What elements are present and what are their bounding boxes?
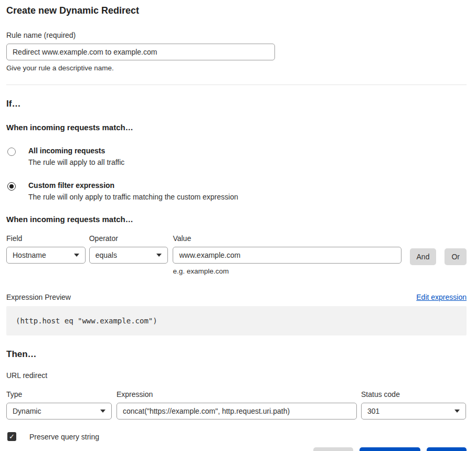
status-code-label: Status code: [361, 390, 466, 398]
option-description: The rule will only apply to traffic matc…: [28, 193, 238, 201]
preserve-query-row[interactable]: ✓ Preserve query string: [6, 432, 467, 441]
radio-unselected-icon[interactable]: [7, 148, 16, 156]
radio-option-texts: Custom filter expression The rule will o…: [28, 181, 238, 201]
type-label: Type: [6, 390, 112, 398]
rule-name-help: Give your rule a descriptive name.: [6, 64, 467, 72]
preserve-query-checkbox[interactable]: ✓: [7, 432, 16, 441]
option-label: Custom filter expression: [28, 181, 238, 190]
status-code-select[interactable]: 301: [361, 403, 466, 419]
chevron-down-icon: [454, 410, 460, 413]
deploy-button[interactable]: Deploy: [427, 447, 467, 451]
option-label: All incoming requests: [28, 146, 124, 155]
redirect-config-row: Type Dynamic Expression Status code 301: [6, 390, 467, 419]
then-heading: Then…: [6, 349, 467, 360]
field-column: Field Hostname: [6, 234, 86, 264]
rule-name-label: Rule name (required): [6, 31, 467, 39]
chevron-down-icon: [156, 254, 162, 257]
value-input[interactable]: [173, 247, 401, 264]
expression-preview-header: Expression Preview Edit expression: [6, 293, 467, 301]
url-redirect-label: URL redirect: [6, 371, 467, 380]
rule-name-group: Rule name (required) Give your rule a de…: [6, 31, 467, 72]
field-select[interactable]: Hostname: [6, 247, 86, 264]
section-divider: [6, 85, 467, 85]
edit-expression-link[interactable]: Edit expression: [416, 293, 467, 301]
expression-preview-code: (http.host eq "www.example.com"): [6, 306, 467, 335]
value-column: Value e.g. example.com: [173, 234, 401, 275]
expression-label: Expression: [117, 390, 357, 398]
expression-preview-label: Expression Preview: [6, 293, 71, 301]
redirect-expression-input[interactable]: [117, 403, 357, 419]
operator-column: Operator equals: [89, 234, 168, 264]
footer-actions: Cancel Save as Draft Deploy: [6, 447, 467, 451]
field-select-value: Hostname: [13, 251, 46, 259]
filter-builder-row: Field Hostname Operator equals Value e.g…: [6, 234, 467, 275]
operator-select-value: equals: [96, 251, 117, 259]
radio-option-all-requests[interactable]: All incoming requests The rule will appl…: [6, 146, 467, 166]
type-column: Type Dynamic: [6, 390, 112, 419]
create-dynamic-redirect-page: Create new Dynamic Redirect Rule name (r…: [0, 0, 476, 451]
expression-code-text: (http.host eq "www.example.com"): [16, 317, 157, 325]
operator-select[interactable]: equals: [89, 247, 168, 264]
or-button[interactable]: Or: [445, 248, 467, 265]
radio-option-texts: All incoming requests The rule will appl…: [28, 146, 124, 166]
preserve-query-label: Preserve query string: [29, 433, 99, 441]
type-select-value: Dynamic: [13, 407, 41, 415]
status-code-column: Status code 301: [361, 390, 466, 419]
status-code-select-value: 301: [367, 407, 379, 415]
chevron-down-icon: [100, 410, 105, 413]
chevron-down-icon: [74, 254, 79, 257]
incoming-match-heading: When incoming requests match…: [6, 123, 467, 132]
if-heading: If…: [6, 99, 467, 109]
field-label: Field: [6, 234, 86, 243]
value-label: Value: [173, 234, 401, 243]
type-select[interactable]: Dynamic: [6, 403, 112, 419]
value-help: e.g. example.com: [173, 267, 401, 275]
radio-option-custom-filter[interactable]: Custom filter expression The rule will o…: [6, 181, 467, 201]
option-description: The rule will apply to all traffic: [28, 158, 124, 166]
save-draft-button[interactable]: Save as Draft: [359, 447, 421, 451]
page-title: Create new Dynamic Redirect: [6, 5, 467, 16]
cancel-button[interactable]: Cancel: [313, 447, 353, 451]
operator-label: Operator: [89, 234, 168, 243]
radio-selected-icon[interactable]: [7, 182, 16, 191]
and-button[interactable]: And: [410, 248, 437, 265]
rule-name-input[interactable]: [6, 44, 275, 60]
expression-column: Expression: [117, 390, 357, 419]
filter-match-heading: When incoming requests match…: [6, 215, 467, 224]
